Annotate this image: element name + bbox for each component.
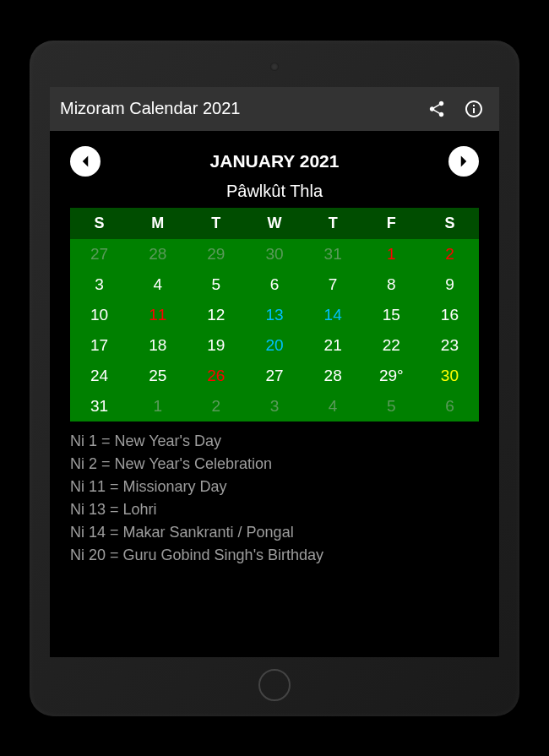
tablet-frame: Mizoram Calendar 2021 JANUARY 2021 Pâwlk… [30,41,519,716]
calendar-day[interactable]: 9 [421,269,479,300]
calendar-day[interactable]: 6 [245,269,303,300]
home-button[interactable] [258,669,291,701]
day-header: F [362,208,421,239]
calendar-day[interactable]: 29 [187,239,245,269]
calendar-day[interactable]: 31 [304,239,362,269]
calendar-day[interactable]: 24 [70,361,128,391]
calendar-day[interactable]: 3 [70,269,128,300]
app-title: Mizoram Calendar 2021 [60,99,415,118]
calendar-day[interactable]: 10 [70,300,128,330]
calendar-day[interactable]: 29° [362,361,421,391]
calendar-day[interactable]: 17 [70,330,128,361]
calendar-day[interactable]: 12 [187,300,245,330]
tablet-camera [270,63,279,71]
calendar-day[interactable]: 8 [362,269,421,300]
event-item: Ni 2 = New Year's Celebration [70,453,479,476]
event-item: Ni 20 = Guru Gobind Singh's Birthday [70,544,479,567]
calendar-day[interactable]: 5 [362,391,421,422]
calendar-day[interactable]: 11 [128,300,187,330]
calendar-week-row: 10111213141516 [70,300,479,330]
calendar-day[interactable]: 3 [245,391,303,422]
calendar-day[interactable]: 25 [128,361,187,391]
app-bar: Mizoram Calendar 2021 [50,87,499,131]
calendar-day[interactable]: 28 [304,361,362,391]
calendar-day[interactable]: 1 [362,239,421,269]
calendar-day[interactable]: 13 [245,300,303,330]
day-header: T [304,208,362,239]
calendar-week-row: 3456789 [70,269,479,300]
calendar-day[interactable]: 30 [421,361,479,391]
calendar-day[interactable]: 15 [362,300,421,330]
calendar-day[interactable]: 26 [187,361,245,391]
calendar-grid: SMTWTFS 27282930311234567891011121314151… [70,208,479,422]
day-header: S [421,208,479,239]
calendar-day[interactable]: 27 [70,239,128,269]
calendar-day[interactable]: 28 [128,239,187,269]
calendar-day[interactable]: 20 [245,330,303,361]
event-item: Ni 1 = New Year's Day [70,430,479,453]
day-header: T [187,208,245,239]
day-header: S [70,208,128,239]
app-screen: Mizoram Calendar 2021 JANUARY 2021 Pâwlk… [50,87,499,657]
calendar-body: 2728293031123456789101112131415161718192… [70,239,479,422]
calendar-day[interactable]: 14 [304,300,362,330]
day-header: W [245,208,303,239]
event-item: Ni 11 = Missionary Day [70,476,479,498]
calendar-day[interactable]: 23 [421,330,479,361]
calendar-day[interactable]: 21 [304,330,362,361]
calendar-day[interactable]: 31 [70,391,128,422]
calendar-day[interactable]: 7 [304,269,362,300]
calendar-day[interactable]: 5 [187,269,245,300]
calendar-day[interactable]: 4 [304,391,362,422]
calendar-day[interactable]: 27 [245,361,303,391]
calendar-day[interactable]: 30 [245,239,303,269]
calendar-week-row: 31123456 [70,391,479,422]
calendar-week-row: 17181920212223 [70,330,479,361]
info-icon[interactable] [459,94,489,124]
next-month-button[interactable] [448,146,479,177]
prev-month-button[interactable] [70,146,101,177]
calendar-day[interactable]: 18 [128,330,187,361]
events-list: Ni 1 = New Year's DayNi 2 = New Year's C… [50,422,499,567]
event-item: Ni 14 = Makar Sankranti / Pongal [70,521,479,544]
month-navigation: JANUARY 2021 [50,131,499,180]
month-subtitle: Pâwlkût Thla [50,180,499,208]
calendar-header-row: SMTWTFS [70,208,479,239]
month-title: JANUARY 2021 [210,151,340,171]
calendar-day[interactable]: 1 [128,391,187,422]
event-item: Ni 13 = Lohri [70,498,479,521]
calendar-day[interactable]: 2 [421,239,479,269]
calendar-day[interactable]: 16 [421,300,479,330]
calendar-week-row: 242526272829°30 [70,361,479,391]
calendar-day[interactable]: 22 [362,330,421,361]
day-header: M [128,208,187,239]
calendar-day[interactable]: 6 [421,391,479,422]
share-icon[interactable] [421,94,452,124]
calendar-day[interactable]: 4 [128,269,187,300]
calendar-week-row: 272829303112 [70,239,479,269]
calendar-day[interactable]: 19 [187,330,245,361]
calendar-day[interactable]: 2 [187,391,245,422]
